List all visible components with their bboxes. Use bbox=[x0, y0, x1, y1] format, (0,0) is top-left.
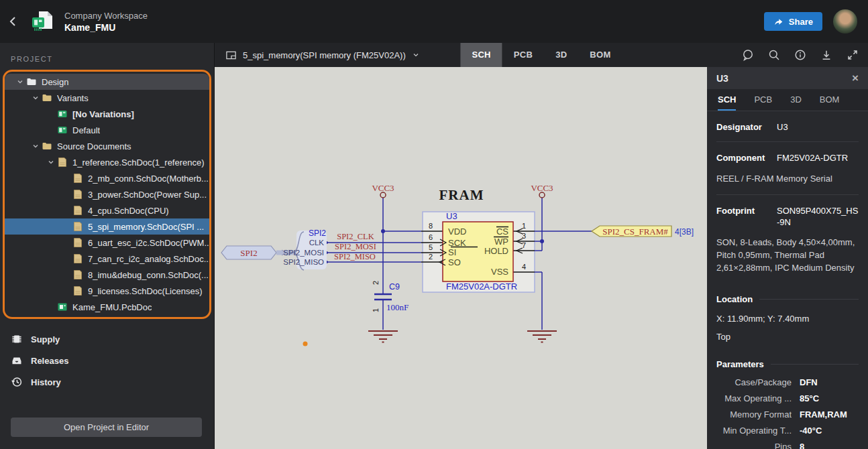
tab-bom[interactable]: BOM bbox=[578, 43, 622, 67]
variant-icon bbox=[57, 109, 68, 119]
tree-item-label: 1_reference.SchDoc(1_reference) bbox=[72, 157, 205, 168]
tree-item-label: [No Variations] bbox=[72, 109, 134, 119]
pin-name-vdd: VDD bbox=[448, 227, 466, 237]
chevron-down-icon[interactable] bbox=[14, 78, 26, 86]
parameters-section-header: Parameters bbox=[716, 359, 859, 369]
tree-item[interactable]: Design bbox=[5, 74, 209, 90]
tab-sch[interactable]: SCH bbox=[460, 43, 502, 67]
back-button[interactable] bbox=[0, 8, 27, 35]
tree-item[interactable]: Variants bbox=[5, 90, 209, 106]
tree-item[interactable]: 8_imu&debug_conn.SchDoc(... bbox=[5, 267, 209, 283]
svg-text:VCC3: VCC3 bbox=[531, 183, 553, 193]
pin-name-so: SO bbox=[448, 257, 461, 267]
inspector-tab-3d[interactable]: 3D bbox=[790, 89, 802, 111]
tree-item[interactable]: 3_power.SchDoc(Power Sup... bbox=[5, 186, 209, 202]
parameter-name: Memory Format bbox=[716, 409, 792, 420]
parameter-value: DFN bbox=[800, 377, 859, 387]
inbox-icon bbox=[11, 355, 23, 367]
comment-marker-dot bbox=[303, 342, 308, 346]
schdoc-icon bbox=[72, 205, 83, 216]
tree-item[interactable]: 5_spi_memory.SchDoc(SPI ... bbox=[5, 218, 209, 235]
tree-item[interactable]: 1_reference.SchDoc(1_reference) bbox=[5, 154, 209, 170]
comment-icon[interactable] bbox=[742, 49, 754, 61]
search-icon[interactable] bbox=[768, 49, 780, 61]
chevron-down-icon[interactable] bbox=[30, 142, 42, 150]
sidebar-nav: SupplyReleasesHistory bbox=[0, 328, 214, 393]
footprint-description: SON, 8-Leads, Body 4,50×4,00mm, Pitch 0,… bbox=[716, 237, 859, 284]
tree-item[interactable]: 2_mb_conn.SchDoc(Motherb... bbox=[5, 170, 209, 186]
cap-pin-1: 1 bbox=[372, 308, 380, 312]
inspector-header: U3 × bbox=[707, 67, 868, 89]
inspector-tab-bom[interactable]: BOM bbox=[820, 89, 840, 111]
inspector-tab-sch[interactable]: SCH bbox=[718, 89, 736, 111]
folder-icon bbox=[42, 141, 52, 151]
location-layer: Top bbox=[716, 330, 859, 348]
cap-designator: C9 bbox=[389, 282, 400, 292]
footprint-row: Footprint SON95P400X75_HS-9N bbox=[716, 195, 859, 237]
schdoc-icon bbox=[72, 221, 83, 232]
open-project-button[interactable]: Open Project in Editor bbox=[11, 418, 202, 437]
port-spi2-cs-fram[interactable]: SPI2_CS_FRAM# 4[3B] bbox=[592, 226, 694, 237]
port-label: SPI2_CS_FRAM# bbox=[602, 227, 668, 237]
document-title: 5_spi_memory(SPI memory (FM25V02A)) bbox=[243, 50, 406, 60]
inspector-tab-pcb[interactable]: PCB bbox=[754, 89, 772, 111]
tree-item-label: 3_power.SchDoc(Power Sup... bbox=[88, 190, 207, 200]
tree-item[interactable]: 9_licenses.SchDoc(Licenses) bbox=[5, 283, 209, 299]
info-icon[interactable] bbox=[794, 49, 806, 61]
designator-label: Designator bbox=[716, 122, 769, 132]
view-tabs: SCHPCB3DBOM bbox=[460, 43, 622, 67]
share-icon bbox=[773, 17, 783, 27]
pin-num-1: 1 bbox=[522, 222, 526, 230]
schematic-viewport[interactable]: FRAM bbox=[215, 67, 707, 449]
schdoc-icon bbox=[72, 269, 83, 280]
schdoc-icon bbox=[57, 157, 68, 168]
schdoc-icon bbox=[72, 189, 83, 200]
pin-num-2: 2 bbox=[429, 253, 433, 261]
toolbar-icons bbox=[742, 49, 859, 61]
tree-item[interactable]: [No Variations] bbox=[5, 106, 209, 122]
ground-left bbox=[368, 331, 398, 342]
pin-num-3: 3 bbox=[522, 232, 526, 240]
tree-item[interactable]: Source Documents bbox=[5, 138, 209, 154]
chevron-down-icon bbox=[412, 51, 420, 59]
capacitor-c9[interactable]: 2 1 C9 100nF bbox=[372, 281, 409, 312]
tree-item[interactable]: 4_cpu.SchDoc(CPU) bbox=[5, 202, 209, 218]
harness-connector-label: SPI2 bbox=[240, 248, 257, 258]
chevron-down-icon[interactable] bbox=[30, 94, 42, 102]
tab-pcb[interactable]: PCB bbox=[502, 43, 544, 67]
document-toolbar: 5_spi_memory(SPI memory (FM25V02A)) SCHP… bbox=[215, 43, 868, 67]
tree-item[interactable]: Default bbox=[5, 122, 209, 138]
net-label-spi2-mosi: SPI2_MOSI bbox=[335, 242, 376, 251]
inspector-title: U3 bbox=[716, 73, 728, 84]
sidebar-item-label: Supply bbox=[31, 334, 60, 344]
tree-item-label: Source Documents bbox=[57, 141, 131, 151]
tree-item-label: Default bbox=[72, 125, 100, 135]
tree-item[interactable]: 7_can_rc_i2c_analog.SchDoc... bbox=[5, 251, 209, 267]
sidebar-item-history[interactable]: History bbox=[0, 371, 214, 393]
harness-spi2[interactable]: SPI2 SPI2 CLK SPI2_MOSI SPI2_MISO bbox=[221, 229, 327, 270]
project-tree: DesignVariants[No Variations]DefaultSour… bbox=[5, 74, 209, 315]
component-row: Component FM25V02A-DGTR bbox=[716, 142, 859, 172]
avatar[interactable] bbox=[833, 9, 857, 34]
tab-3d[interactable]: 3D bbox=[544, 43, 578, 67]
u3-designator: U3 bbox=[446, 211, 457, 221]
tree-item-label: 9_licenses.SchDoc(Licenses) bbox=[88, 286, 203, 296]
power-vcc3-left: VCC3 bbox=[372, 183, 394, 198]
sidebar-item-releases[interactable]: Releases bbox=[0, 350, 214, 371]
cap-value: 100nF bbox=[386, 302, 409, 312]
chevron-down-icon[interactable] bbox=[45, 158, 57, 166]
parameter-value: -40°C bbox=[800, 426, 859, 436]
inspector-panel: U3 × SCHPCB3DBOM Designator U3 Component… bbox=[707, 67, 868, 449]
download-icon[interactable] bbox=[820, 49, 832, 61]
sidebar-item-supply[interactable]: Supply bbox=[0, 328, 214, 350]
share-button[interactable]: Share bbox=[764, 12, 822, 31]
tree-item[interactable]: Kame_FMU.PcbDoc bbox=[5, 299, 209, 315]
document-selector[interactable]: 5_spi_memory(SPI memory (FM25V02A)) bbox=[215, 50, 420, 61]
sheet-title: FRAM bbox=[439, 187, 484, 203]
close-icon[interactable]: × bbox=[852, 72, 859, 84]
parameter-name: Case/Package bbox=[716, 377, 792, 387]
fullscreen-icon[interactable] bbox=[847, 49, 859, 61]
net-label-spi2-clk: SPI2_CLK bbox=[337, 232, 374, 241]
chip-icon bbox=[11, 333, 23, 345]
tree-item[interactable]: 6_uart_esc_i2c.SchDoc(PWM... bbox=[5, 235, 209, 251]
